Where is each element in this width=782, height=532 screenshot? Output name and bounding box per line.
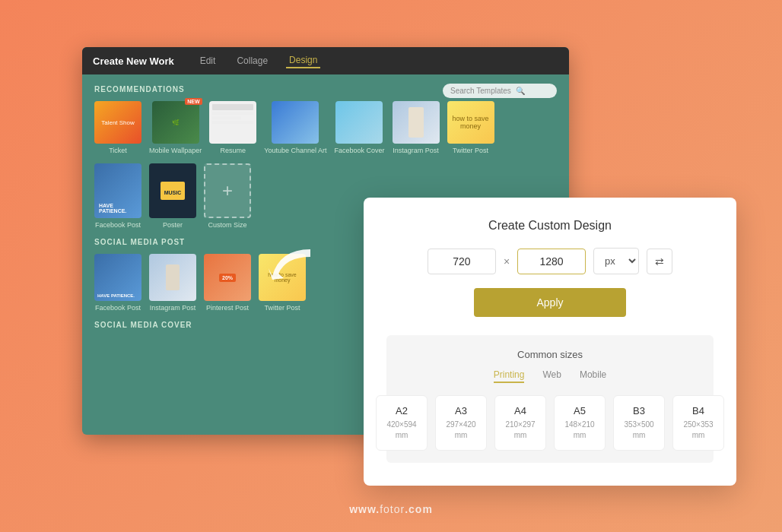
thumb-poster: MUSIC	[149, 163, 196, 218]
size-dims-b4: 250×353 mm	[681, 420, 716, 441]
size-card-a4[interactable]: A4 210×297 mm	[494, 395, 546, 451]
footer-domain: .com	[405, 503, 433, 515]
size-dims-b3: 353×500 mm	[621, 420, 656, 441]
label-twitter: Twitter Post	[453, 147, 488, 154]
thumb-ticket: Talent Show	[94, 101, 141, 144]
template-custom-size[interactable]: + Custom Size	[204, 163, 251, 229]
size-card-b4[interactable]: B4 250×353 mm	[672, 395, 724, 451]
apply-button[interactable]: Apply	[474, 288, 626, 317]
new-badge: NEW	[185, 98, 202, 105]
size-name-b3: B3	[621, 405, 656, 416]
common-sizes-title: Common sizes	[399, 349, 701, 360]
size-name-a5: A5	[562, 405, 597, 416]
dimension-separator: ×	[504, 255, 510, 268]
size-card-a5[interactable]: A5 148×210 mm	[554, 395, 606, 451]
label-facebook: Facebook Cover	[334, 147, 384, 154]
thumb-youtube	[272, 101, 319, 144]
size-name-a4: A4	[503, 405, 538, 416]
label-sm-pin: Pinterest Post	[206, 304, 249, 312]
template-youtube[interactable]: Youtube Channel Art	[264, 101, 326, 154]
search-bar[interactable]: Search Templates 🔍	[443, 84, 557, 98]
label-sm-tw: Twitter Post	[264, 304, 300, 312]
template-sm-ig[interactable]: Instagram Post	[149, 254, 196, 312]
size-card-a2[interactable]: A2 420×594 mm	[376, 395, 428, 451]
unit-select[interactable]: px cm in	[593, 248, 639, 274]
label-wallpaper: Mobile Wallpaper	[149, 147, 202, 154]
plus-icon: +	[222, 180, 233, 201]
size-name-a3: A3	[443, 405, 478, 416]
thumb-instagram	[393, 101, 440, 144]
label-resume: Resume	[220, 147, 246, 154]
label-ticket: Ticket	[109, 147, 127, 154]
title-bar: Create New Work Edit Collage Design	[82, 47, 569, 74]
size-grid: A2 420×594 mm A3 297×420 mm A4 210×297 m…	[399, 395, 701, 451]
swap-button[interactable]: ⇄	[647, 249, 672, 274]
thumb-wallpaper: NEW 🌿	[152, 101, 199, 144]
size-tab-mobile[interactable]: Mobile	[580, 369, 606, 383]
label-custom-size: Custom Size	[208, 221, 246, 229]
size-card-b3[interactable]: B3 353×500 mm	[613, 395, 665, 451]
template-twitter[interactable]: how to save money Twitter Post	[447, 101, 494, 154]
size-dims-a2: 420×594 mm	[384, 420, 419, 441]
label-sm-ig: Instagram Post	[150, 304, 196, 312]
size-card-a3[interactable]: A3 297×420 mm	[435, 395, 487, 451]
height-input[interactable]	[517, 249, 586, 274]
template-wallpaper[interactable]: NEW 🌿 Mobile Wallpaper	[149, 101, 202, 154]
template-sm-fbpost[interactable]: HAVE PATIENCE. Facebook Post	[94, 254, 141, 312]
dimension-row: × px cm in ⇄	[386, 248, 714, 274]
template-row-1: Talent Show Ticket NEW 🌿 Mobile Wallpape…	[94, 101, 557, 154]
template-resume[interactable]: Resume	[209, 101, 256, 154]
app-title: Create New Work	[93, 55, 174, 67]
thumb-sm-pin: 20%	[204, 254, 251, 301]
size-name-b4: B4	[681, 405, 716, 416]
size-tabs: Printing Web Mobile	[399, 369, 701, 383]
template-poster[interactable]: MUSIC Poster	[149, 163, 196, 229]
template-facebook[interactable]: Facebook Cover	[334, 101, 384, 154]
thumb-resume	[209, 101, 256, 144]
thumb-facebook	[335, 101, 383, 144]
size-dims-a3: 297×420 mm	[443, 420, 478, 441]
person-silhouette	[408, 107, 424, 138]
size-tab-web[interactable]: Web	[542, 369, 561, 383]
thumb-fbpost: HAVE PATIENCE.	[94, 163, 141, 218]
size-name-a2: A2	[384, 405, 419, 416]
width-input[interactable]	[428, 249, 496, 274]
common-sizes-section: Common sizes Printing Web Mobile A2 420×…	[386, 335, 714, 463]
template-sm-pin[interactable]: 20% Pinterest Post	[204, 254, 251, 312]
thumb-twitter: how to save money	[447, 101, 494, 144]
label-youtube: Youtube Channel Art	[264, 147, 326, 154]
thumb-custom[interactable]: +	[204, 163, 251, 218]
footer-brand: fotor	[380, 503, 405, 515]
arrow-indicator	[265, 242, 318, 287]
footer-url: www.fotor.com	[0, 503, 782, 515]
tab-edit[interactable]: Edit	[197, 54, 219, 68]
label-sm-fbpost: Facebook Post	[95, 304, 141, 312]
footer-text: www.	[349, 503, 380, 515]
thumb-sm-ig	[149, 254, 196, 301]
template-fbpost[interactable]: HAVE PATIENCE. Facebook Post	[94, 163, 141, 229]
label-fbpost: Facebook Post	[95, 221, 141, 229]
custom-design-panel: Create Custom Design × px cm in ⇄ Apply …	[364, 198, 736, 486]
template-instagram[interactable]: Instagram Post	[393, 101, 440, 154]
size-tab-printing[interactable]: Printing	[494, 369, 525, 383]
panel-title: Create Custom Design	[386, 219, 714, 233]
size-dims-a5: 148×210 mm	[562, 420, 597, 441]
size-dims-a4: 210×297 mm	[503, 420, 538, 441]
tab-collage[interactable]: Collage	[234, 54, 271, 68]
label-instagram: Instagram Post	[393, 147, 439, 154]
search-icon: 🔍	[516, 87, 525, 95]
label-poster: Poster	[163, 221, 183, 229]
template-ticket[interactable]: Talent Show Ticket	[94, 101, 141, 154]
tab-design[interactable]: Design	[286, 53, 320, 68]
thumb-sm-fbpost: HAVE PATIENCE.	[94, 254, 141, 301]
search-placeholder: Search Templates	[450, 87, 511, 95]
